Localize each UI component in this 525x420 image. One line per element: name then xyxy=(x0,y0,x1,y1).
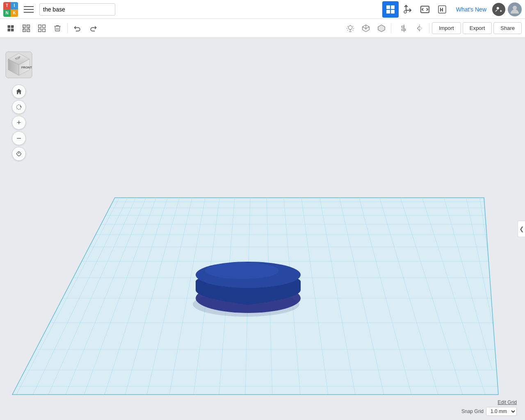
view-options xyxy=(343,21,388,35)
svg-text:FRONT: FRONT xyxy=(21,66,32,69)
left-controls: FRONT TOP + − xyxy=(4,38,34,161)
topbar: T I N K xyxy=(0,0,525,19)
svg-rect-6 xyxy=(391,10,395,14)
svg-rect-20 xyxy=(23,29,26,32)
add-user-button[interactable] xyxy=(492,3,505,16)
svg-rect-24 xyxy=(43,25,46,27)
svg-rect-4 xyxy=(391,5,395,9)
svg-rect-25 xyxy=(39,29,41,32)
svg-rect-3 xyxy=(386,5,390,9)
svg-rect-16 xyxy=(8,28,11,31)
3d-view-button[interactable] xyxy=(382,1,399,18)
svg-rect-2 xyxy=(24,12,34,13)
ungroup-button[interactable] xyxy=(34,21,49,36)
svg-point-10 xyxy=(497,7,499,9)
edit-grid-label[interactable]: Edit Grid xyxy=(498,399,517,405)
svg-rect-17 xyxy=(11,28,14,31)
undo-button[interactable] xyxy=(70,21,85,36)
light-bulb-button[interactable] xyxy=(343,21,357,35)
toolbar: Import Export Share xyxy=(0,19,525,38)
import-button[interactable]: Import xyxy=(432,22,461,34)
action-buttons: Import Export Share xyxy=(432,22,522,34)
svg-rect-29 xyxy=(402,26,404,27)
svg-rect-14 xyxy=(8,25,11,28)
canvas-area[interactable]: arte xyxy=(0,38,525,420)
plus-icon: + xyxy=(17,119,21,126)
workplane: arte xyxy=(0,38,525,420)
svg-rect-18 xyxy=(23,25,26,27)
chevron-left-icon: ❮ xyxy=(519,226,524,232)
svg-rect-5 xyxy=(386,10,390,14)
zoom-out-button[interactable]: − xyxy=(12,131,26,145)
logo-t: T xyxy=(3,2,11,9)
schematic-view-button[interactable] xyxy=(399,1,416,18)
tinkercad-logo[interactable]: T I N K xyxy=(3,2,18,17)
svg-rect-19 xyxy=(27,25,30,27)
whats-new-button[interactable]: What's New xyxy=(453,5,490,14)
svg-rect-1 xyxy=(24,9,34,10)
project-name-input[interactable] xyxy=(39,3,115,16)
svg-point-7 xyxy=(404,11,406,13)
svg-point-13 xyxy=(513,6,517,10)
svg-point-76 xyxy=(205,262,279,279)
export-button[interactable]: Export xyxy=(463,22,492,34)
share-button[interactable]: Share xyxy=(493,22,522,34)
mirror-button[interactable] xyxy=(413,21,427,35)
snap-grid-label: Snap Grid xyxy=(461,409,484,414)
logo-i: I xyxy=(11,2,18,9)
menu-button[interactable] xyxy=(21,1,37,18)
avatar[interactable] xyxy=(508,2,522,16)
right-panel-toggle[interactable]: ❮ xyxy=(518,221,525,237)
align-button[interactable] xyxy=(397,21,411,35)
zoom-in-button[interactable]: + xyxy=(12,116,26,130)
wireframe-button[interactable] xyxy=(359,21,373,35)
redo-button[interactable] xyxy=(86,21,100,36)
svg-rect-26 xyxy=(43,29,46,32)
minus-icon: − xyxy=(16,135,21,142)
codeblocks-button[interactable] xyxy=(417,1,433,18)
snap-grid-row: Snap Grid 1.0 mm 0.5 mm 0.1 mm 2.0 mm xyxy=(461,407,517,416)
fit-view-button[interactable] xyxy=(12,147,26,161)
solid-view-button[interactable] xyxy=(374,21,388,35)
delete-button[interactable] xyxy=(50,21,65,36)
logo-k: K xyxy=(11,9,18,17)
svg-rect-23 xyxy=(39,25,41,27)
home-view-button[interactable] xyxy=(12,84,26,98)
svg-rect-0 xyxy=(24,6,34,7)
align-tools xyxy=(397,21,427,35)
svg-point-27 xyxy=(348,25,352,29)
logo-n: N xyxy=(3,9,11,17)
svg-rect-22 xyxy=(24,26,29,31)
svg-rect-15 xyxy=(11,25,14,28)
group-button[interactable] xyxy=(19,21,34,36)
simulate-button[interactable] xyxy=(434,1,450,18)
new-shape-button[interactable] xyxy=(3,21,18,36)
rotate-view-button[interactable] xyxy=(12,100,26,114)
view-cube[interactable]: FRONT TOP xyxy=(4,50,34,80)
view-mode-icons xyxy=(382,1,450,18)
bottom-right-controls: Edit Grid Snap Grid 1.0 mm 0.5 mm 0.1 mm… xyxy=(461,399,517,416)
svg-rect-30 xyxy=(402,29,405,30)
snap-grid-select[interactable]: 1.0 mm 0.5 mm 0.1 mm 2.0 mm xyxy=(486,407,517,416)
svg-rect-21 xyxy=(27,29,30,32)
